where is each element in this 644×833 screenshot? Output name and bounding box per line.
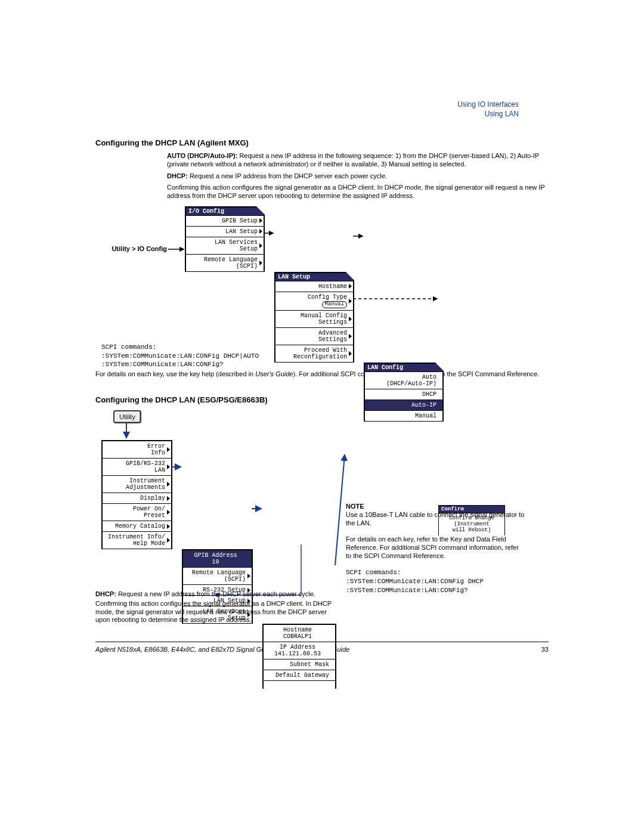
lancfg-item-auto[interactable]: Auto (DHCP/Auto-IP) — [365, 372, 442, 389]
dhcp-text2: Request a new IP address from the DHCP s… — [116, 590, 315, 597]
header-line2: Using LAN — [457, 110, 519, 119]
dhcp-label: DHCP: — [167, 172, 188, 179]
page-header: Using IO Interfaces Using LAN — [457, 100, 519, 119]
chevron-right-icon — [167, 482, 170, 487]
chevron-right-icon — [259, 218, 262, 223]
manual-badge: Manual — [322, 301, 347, 308]
chevron-right-icon — [167, 496, 170, 501]
dhcp-label2: DHCP: — [95, 590, 116, 597]
io-item-lan[interactable]: LAN Setup — [186, 227, 264, 237]
ua-error[interactable]: Error Info — [103, 441, 171, 459]
uc-blank — [264, 681, 335, 689]
chevron-right-icon — [349, 334, 352, 339]
note-block: NOTE Use a 10Base-T LAN cable to connect… — [346, 503, 525, 595]
ua-instrinfo[interactable]: Instrument Info/ Help Mode — [103, 532, 171, 549]
lan-item-proceed[interactable]: Proceed With Reconfiguration — [275, 345, 353, 363]
lancfg-item-autoip[interactable]: Auto-IP — [365, 400, 442, 411]
lan-item-hostname[interactable]: Hostname — [275, 281, 353, 292]
io-config-title: I/O Config — [186, 208, 264, 216]
section1-body: AUTO (DHCP/Auto-IP): Request a new IP ad… — [167, 152, 549, 200]
chevron-right-icon — [167, 510, 170, 515]
chevron-right-icon — [259, 243, 262, 248]
chevron-right-icon — [349, 284, 352, 289]
chevron-right-icon — [247, 574, 250, 578]
uc-hostname[interactable]: Hostname COBRALP1 — [264, 625, 335, 642]
lan-item-advanced[interactable]: Advanced Settings — [275, 328, 353, 345]
section1-diagram: Utility > IO Config I/O Config GPIB Setu… — [95, 206, 549, 340]
ref-body: For details on each key, refer to the Ke… — [346, 535, 525, 560]
section1-followup: For details on each key, use the key hel… — [95, 370, 549, 379]
header-line1: Using IO Interfaces — [457, 100, 519, 110]
uc-subnet[interactable]: Subnet Mask — [264, 659, 335, 670]
ua-poweron[interactable]: Power On/ Preset — [103, 504, 171, 521]
io-item-remote[interactable]: Remote Language (SCPI) — [186, 255, 264, 272]
confirm-text: Confirming this action configures the si… — [167, 184, 549, 200]
svg-line-7 — [335, 455, 345, 565]
chevron-right-icon — [167, 447, 170, 452]
scpi-head2: SCPI commands: — [346, 568, 525, 577]
dhcp-block2: DHCP: Request a new IP address from the … — [95, 589, 340, 625]
ua-display[interactable]: Display — [103, 493, 171, 504]
chevron-right-icon — [259, 229, 262, 234]
dhcp-text: Request a new IP address from the DHCP s… — [188, 172, 387, 179]
lan-setup-title: LAN Setup — [275, 273, 353, 281]
chevron-right-icon — [259, 261, 262, 265]
menu-utility: Error Info GPIB/RS-232 LAN Instrument Ad… — [101, 440, 172, 549]
io-config-menu: I/O Config GPIB Setup LAN Setup LAN Serv… — [185, 206, 265, 272]
io-item-services[interactable]: LAN Services Setup — [186, 237, 264, 255]
lan-item-configtype[interactable]: Config TypeManual — [275, 292, 353, 311]
auto-label: AUTO (DHCP/Auto-IP): — [167, 152, 237, 159]
utility-io-label: Utility > IO Config — [95, 245, 167, 252]
menu-lan: Hostname COBRALP1 IP Address 141.121.60.… — [262, 624, 336, 689]
section2-title: Configuring the DHCP LAN (ESG/PSG/E8663B… — [95, 395, 549, 404]
ua-memcat[interactable]: Memory Catalog — [103, 521, 171, 532]
io-item-gpib[interactable]: GPIB Setup — [186, 216, 264, 227]
lancfg-item-dhcp[interactable]: DHCP — [365, 389, 442, 400]
note-body: Use a 10Base-T LAN cable to connect the … — [346, 511, 525, 528]
ua-gpib[interactable]: GPIB/RS-232 LAN — [103, 459, 171, 476]
chevron-right-icon — [167, 524, 170, 529]
chevron-right-icon — [167, 538, 170, 543]
chevron-right-icon — [349, 299, 352, 304]
footer-page: 33 — [541, 646, 549, 653]
section2-diagram: Utility Error Info GPIB/RS-232 LAN Instr… — [95, 410, 549, 631]
note-header: NOTE — [346, 503, 525, 511]
chevron-right-icon — [349, 351, 352, 356]
ub-gpib-addr[interactable]: GPIB Address 19 — [183, 550, 252, 568]
lan-config-title: LAN Config — [365, 364, 442, 372]
ua-instr-adj[interactable]: Instrument Adjustments — [103, 476, 171, 493]
scpi2-cmd1: :SYSTem:COMMunicate:LAN:CONFig DHCP — [346, 577, 525, 586]
lan-setup-menu: LAN Setup Hostname Config TypeManual Man… — [274, 272, 354, 363]
chevron-right-icon — [349, 317, 352, 321]
ub-remote[interactable]: Remote Language (SCPI) — [183, 568, 252, 585]
page: Using IO Interfaces Using LAN Configurin… — [0, 0, 644, 689]
chevron-right-icon — [167, 465, 170, 469]
confirm-text2: Confirming this action configures the si… — [95, 600, 340, 624]
uc-gateway[interactable]: Default Gateway — [264, 670, 335, 681]
section1-title: Configuring the DHCP LAN (Agilent MXG) — [95, 138, 549, 147]
lan-item-manual[interactable]: Manual Config Settings — [275, 311, 353, 328]
uc-ip[interactable]: IP Address 141.121.60.53 — [264, 642, 335, 659]
utility-button[interactable]: Utility — [113, 410, 141, 423]
scpi2-cmd2: :SYSTem:COMMunicate:LAN:CONFig? — [346, 586, 525, 595]
